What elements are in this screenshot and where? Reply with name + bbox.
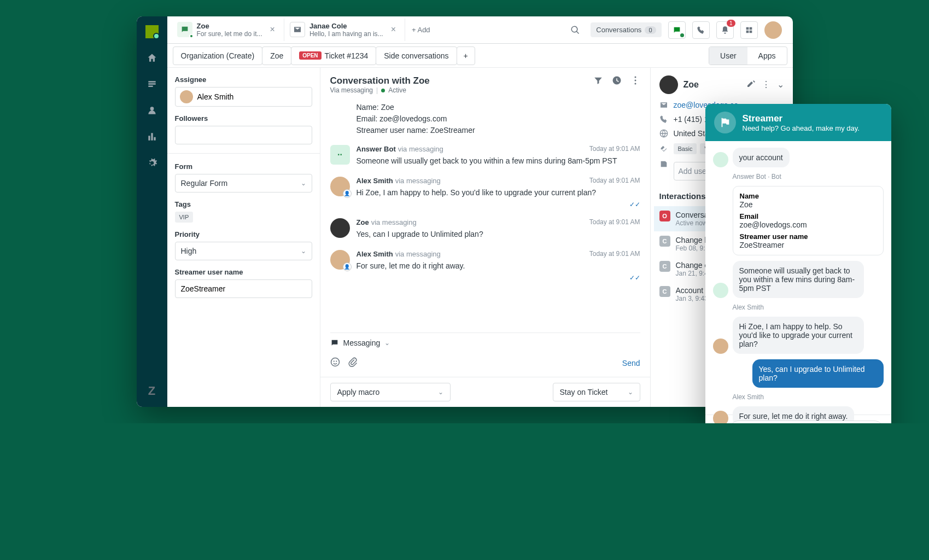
attachment-icon[interactable]	[348, 357, 358, 369]
tag-vip[interactable]: VIP	[175, 212, 194, 223]
assignee-label: Assignee	[175, 75, 312, 84]
tab-1-subtitle: Hello, I am having an is...	[309, 30, 383, 38]
add-side-conversation[interactable]: +	[457, 46, 475, 65]
conversation-panel: Conversation with Zoe Via messaging | Ac…	[320, 68, 651, 407]
flag-icon	[714, 112, 736, 133]
add-tab[interactable]: + Add	[405, 26, 437, 34]
followers-field[interactable]	[175, 126, 312, 144]
home-icon[interactable]	[145, 51, 159, 65]
filter-icon[interactable]	[593, 75, 603, 88]
admin-icon[interactable]	[145, 156, 159, 170]
macro-select[interactable]: Apply macro⌄	[330, 383, 451, 401]
zendesk-logo: Z	[148, 384, 155, 398]
priority-label: Priority	[175, 230, 312, 238]
widget-message-input[interactable]	[729, 421, 884, 423]
profile-avatar[interactable]	[764, 21, 782, 39]
ticket-tab-0[interactable]: Zoe For sure, let me do it... ×	[172, 19, 284, 42]
status-closed-icon: C	[659, 261, 670, 272]
widget-message: Someone will usually get back to you wit…	[733, 261, 864, 298]
bot-avatar: ··	[330, 145, 350, 165]
widget-user-message: Yes, can I upgrade to Unlimited plan?	[752, 359, 884, 388]
chevron-down-icon[interactable]: ⌄	[777, 79, 784, 90]
notification-count: 1	[727, 20, 735, 27]
conversations-pill[interactable]: Conversations 0	[591, 22, 661, 37]
customers-icon[interactable]	[145, 104, 159, 117]
customer-info-block: Name: Zoe Email: zoe@lovedogs.com Stream…	[357, 102, 640, 136]
ticket-tab[interactable]: OPEN Ticket #1234	[291, 46, 376, 65]
views-icon[interactable]	[145, 78, 159, 91]
message-bot: ·· Answer Botvia messagingToday at 9:01 …	[330, 145, 640, 167]
svg-point-0	[331, 358, 339, 366]
agent-avatar	[713, 339, 728, 354]
workspace-tabs: Zoe For sure, let me do it... × Janae Co…	[167, 16, 793, 44]
send-button[interactable]: Send	[622, 359, 640, 368]
context-tabs: Organization (Create) Zoe OPEN Ticket #1…	[167, 44, 793, 68]
user-toggle[interactable]: User	[709, 47, 747, 65]
form-label: Form	[175, 162, 312, 171]
user-tag[interactable]: Basic	[674, 143, 697, 154]
customer-avatar	[659, 75, 678, 94]
custom-field-input[interactable]	[175, 279, 312, 298]
product-logo[interactable]	[145, 25, 159, 38]
search-icon[interactable]	[566, 21, 584, 39]
user-avatar	[330, 218, 350, 238]
tab-0-title: Zoe	[197, 22, 262, 31]
more-icon[interactable]	[630, 75, 640, 88]
widget-bot-meta: Answer Bot · Bot	[733, 173, 884, 180]
form-select[interactable]: Regular Form⌄	[175, 174, 312, 192]
requester-tab[interactable]: Zoe	[262, 46, 291, 65]
edit-icon[interactable]	[746, 79, 755, 90]
widget-message: your account	[733, 148, 790, 167]
svg-point-2	[336, 360, 337, 361]
apps-toggle[interactable]: Apps	[747, 47, 787, 65]
conversation-title: Conversation with Zoe	[330, 75, 430, 86]
ticket-tab-1[interactable]: Janae Cole Hello, I am having an is... ×	[284, 19, 405, 42]
history-icon[interactable]	[612, 75, 622, 88]
customer-name: Zoe	[683, 80, 741, 90]
svg-point-1	[333, 360, 334, 361]
reporting-icon[interactable]	[145, 130, 159, 143]
widget-header: Streamer Need help? Go ahead, make my da…	[705, 104, 891, 141]
more-icon[interactable]: ⋮	[762, 79, 770, 90]
tab-0-close[interactable]: ×	[267, 25, 278, 34]
org-tab[interactable]: Organization (Create)	[173, 46, 263, 65]
message-user: Zoevia messagingToday at 9:01 AM Yes, ca…	[330, 218, 640, 240]
status-closed-icon: C	[659, 236, 670, 247]
chat-widget: Streamer Need help? Go ahead, make my da…	[705, 104, 891, 423]
talk-icon[interactable]	[692, 21, 710, 39]
message-agent-1: 👤 Alex Smithvia messagingToday at 9:01 A…	[330, 177, 640, 208]
widget-agent-meta: Alex Smith	[733, 304, 884, 311]
tab-0-subtitle: For sure, let me do it...	[197, 30, 262, 38]
apps-icon[interactable]	[740, 21, 758, 39]
read-receipt-icon: ✓✓	[629, 201, 640, 208]
assignee-field[interactable]: Alex Smith	[175, 87, 312, 107]
status-closed-icon: C	[659, 286, 670, 297]
side-conversations-tab[interactable]: Side conversations	[376, 46, 457, 65]
info-card: NameZoe Emailzoe@lovedogs.com Streamer u…	[733, 186, 884, 255]
context-toggle: User Apps	[709, 46, 787, 65]
read-receipt-icon: ✓✓	[629, 274, 640, 282]
agent-avatar: 👤	[330, 177, 350, 196]
tab-1-title: Janae Cole	[309, 22, 383, 31]
compose-channel-select[interactable]: Messaging ⌄	[320, 333, 650, 353]
tab-1-close[interactable]: ×	[388, 25, 399, 34]
submit-select[interactable]: Stay on Ticket⌄	[553, 383, 640, 401]
agent-avatar	[713, 411, 728, 423]
priority-select[interactable]: High⌄	[175, 242, 312, 260]
notifications-icon[interactable]: 1	[716, 21, 734, 39]
status-open-icon: O	[659, 211, 670, 221]
conversation-status: Active	[388, 86, 406, 94]
emoji-icon[interactable]	[330, 357, 340, 369]
assignee-avatar	[180, 90, 193, 103]
status-badge: OPEN	[299, 51, 321, 60]
active-dot-icon	[381, 89, 385, 92]
agent-avatar: 👤	[330, 250, 350, 270]
followers-label: Followers	[175, 114, 312, 122]
tags-label: Tags	[175, 200, 312, 208]
chat-status-icon[interactable]	[668, 21, 686, 39]
message-agent-2: 👤 Alex Smithvia messagingToday at 9:01 A…	[330, 250, 640, 282]
via-channel: Via messaging	[330, 86, 373, 94]
nav-rail: Z	[137, 16, 167, 407]
ticket-footer: Apply macro⌄ Stay on Ticket⌄	[320, 377, 650, 407]
widget-message: Hi Zoe, I am happy to help. So you'd lik…	[733, 317, 864, 354]
